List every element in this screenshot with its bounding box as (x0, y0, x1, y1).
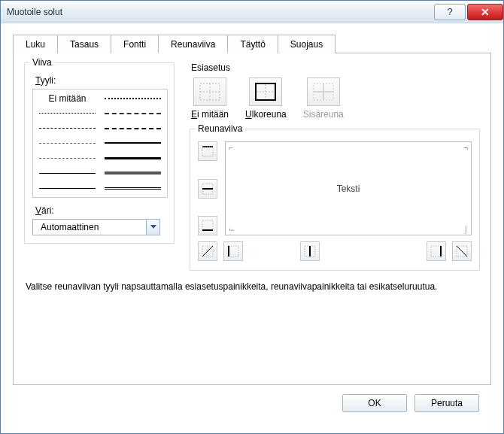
tab-label: Reunaviiva (171, 39, 215, 50)
svg-rect-18 (229, 246, 238, 256)
border-group: Reunaviiva (190, 129, 480, 271)
line-group-title: Viiva (29, 57, 55, 68)
right-column: Esiasetus Ei mitään (190, 62, 480, 271)
border-diag-up-button[interactable] (198, 241, 217, 261)
close-icon: ✕ (481, 6, 490, 18)
help-button[interactable]: ? (434, 4, 466, 20)
style-swatch[interactable] (100, 106, 165, 121)
svg-line-17 (202, 246, 213, 256)
style-swatch[interactable] (35, 121, 100, 136)
border-top-icon (202, 145, 214, 157)
window-title: Muotoile solut (7, 7, 434, 17)
preset-row: Ei mitään Ulkoreuna (191, 77, 480, 120)
style-swatch[interactable] (100, 91, 165, 106)
bottom-buttons (198, 240, 472, 263)
preset-label: Ulkoreuna (245, 109, 287, 120)
close-button[interactable]: ✕ (467, 4, 503, 20)
side-buttons (198, 141, 220, 235)
corner-tick-icon: ⌡ (463, 225, 468, 233)
tab-fill[interactable]: Täyttö (227, 35, 278, 53)
border-mid-v-icon (304, 245, 316, 257)
tab-label: Luku (26, 39, 45, 50)
tab-label: Täyttö (240, 39, 265, 50)
tab-content: Viiva Tyyli: Ei mitään (13, 53, 491, 385)
dialog-body: Luku Tasaus Fontti Reunaviiva Täyttö Suo… (1, 23, 503, 433)
preset-label: Ei mitään (191, 109, 229, 120)
cancel-button[interactable]: Peruuta (414, 394, 479, 412)
upper-row: Viiva Tyyli: Ei mitään (24, 62, 480, 271)
preset-outline[interactable]: Ulkoreuna (245, 77, 287, 120)
border-middle-v-button[interactable] (300, 241, 320, 261)
title-bar: Muotoile solut ? ✕ (1, 1, 503, 23)
tab-protection[interactable]: Suojaus (278, 35, 335, 53)
style-swatch[interactable] (35, 165, 100, 181)
tab-strip: Luku Tasaus Fontti Reunaviiva Täyttö Suo… (13, 34, 491, 53)
style-swatch[interactable] (100, 121, 165, 136)
color-label: Väri: (35, 205, 166, 216)
tab-label: Suojaus (290, 39, 323, 50)
tab-number[interactable]: Luku (13, 35, 58, 53)
svg-rect-14 (202, 220, 213, 230)
dialog-window: Muotoile solut ? ✕ Luku Tasaus Fontti Re… (0, 0, 504, 434)
corner-tick-icon: ¬ (463, 144, 468, 152)
preset-inside-icon (307, 77, 340, 106)
preview-text: Teksti (337, 184, 360, 194)
svg-rect-11 (202, 147, 213, 156)
dialog-footer: OK Peruuta (13, 385, 491, 421)
border-top-button[interactable] (198, 141, 217, 161)
border-preview[interactable]: ⌐ ¬ ⌙ ⌡ Teksti (225, 141, 472, 235)
color-combo[interactable]: Automaattinen (32, 219, 160, 235)
style-swatch[interactable] (100, 165, 165, 181)
border-left-icon (227, 245, 239, 257)
svg-rect-22 (431, 246, 441, 256)
presets-title: Esiasetus (190, 62, 480, 73)
border-middle-h-button[interactable] (198, 179, 217, 199)
corner-tick-icon: ⌙ (229, 225, 235, 233)
border-right-icon (430, 245, 442, 257)
ok-button[interactable]: OK (342, 394, 407, 412)
line-style-grid[interactable]: Ei mitään (32, 89, 168, 198)
svg-marker-0 (150, 225, 156, 229)
color-value: Automaattinen (33, 222, 146, 232)
style-swatch[interactable] (35, 136, 100, 151)
border-group-title: Reunaviiva (195, 123, 245, 134)
svg-line-25 (457, 246, 467, 256)
line-group: Viiva Tyyli: Ei mitään (24, 62, 175, 244)
button-label: Peruuta (431, 398, 463, 408)
hint-text: Valitse reunaviivan tyyli napsauttamalla… (26, 281, 478, 292)
border-left-button[interactable] (223, 241, 243, 261)
border-bottom-icon (202, 220, 214, 232)
preset-outline-icon (249, 77, 282, 106)
border-right-button[interactable] (427, 241, 446, 261)
preset-inside[interactable]: Sisäreuna (303, 77, 344, 120)
tab-border[interactable]: Reunaviiva (158, 35, 228, 53)
dropdown-icon (146, 220, 159, 235)
style-swatch[interactable] (100, 136, 165, 151)
border-mid-h-icon (202, 183, 214, 195)
style-none[interactable]: Ei mitään (35, 91, 100, 106)
diag-down-icon (456, 245, 468, 257)
border-bottom-button[interactable] (198, 216, 217, 235)
style-swatch[interactable] (35, 181, 100, 196)
border-diag-down-button[interactable] (452, 241, 472, 261)
style-swatch[interactable] (35, 106, 100, 121)
preset-none-icon (193, 77, 226, 106)
tab-alignment[interactable]: Tasaus (57, 35, 111, 53)
preset-none[interactable]: Ei mitään (191, 77, 229, 120)
diag-up-icon (202, 245, 214, 257)
preset-label: Sisäreuna (303, 109, 344, 120)
border-grid: ⌐ ¬ ⌙ ⌡ Teksti (198, 141, 472, 263)
corner-tick-icon: ⌐ (229, 144, 233, 152)
tab-font[interactable]: Fontti (111, 35, 159, 53)
tab-label: Tasaus (70, 39, 99, 50)
presets-group: Esiasetus Ei mitään (190, 62, 480, 121)
style-label: Tyyli: (35, 75, 166, 86)
style-swatch[interactable] (100, 181, 165, 196)
style-swatch[interactable] (35, 150, 100, 165)
tab-label: Fontti (123, 39, 146, 50)
style-swatch[interactable] (100, 150, 165, 165)
button-label: OK (368, 398, 381, 408)
